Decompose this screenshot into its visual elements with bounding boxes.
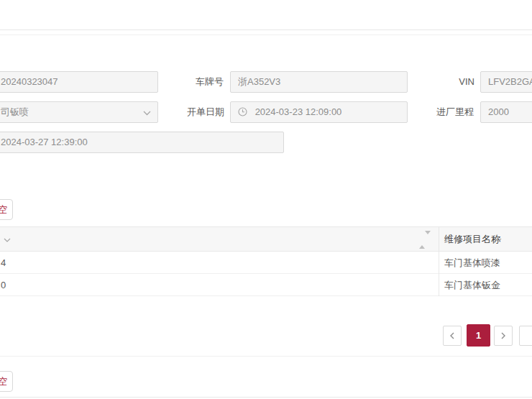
clear-items-button[interactable]: 空: [0, 199, 13, 220]
repair-items-table: 维修项目名称 4 车门基体喷漆 0 车门基体钣金: [0, 226, 532, 296]
order-number-input[interactable]: 20240323047: [0, 71, 158, 93]
service-type-select[interactable]: 司钣喷: [0, 101, 158, 123]
table-row: 4 车门基体喷漆: [0, 252, 532, 274]
pagination-page-1[interactable]: 1: [467, 324, 490, 347]
plate-label: 车牌号: [166, 71, 224, 93]
pagination-next-button[interactable]: [494, 326, 513, 346]
expected-date-input[interactable]: 2024-03-27 12:39:00: [0, 132, 284, 153]
sort-icon[interactable]: [419, 234, 426, 245]
table-row: 0 车门基体钣金: [0, 274, 532, 296]
section-divider: [0, 35, 532, 35]
service-type-value: 司钣喷: [1, 106, 29, 117]
order-date-value: 2024-03-23 12:09:00: [255, 106, 342, 117]
item-name-cell: 车门基体钣金: [444, 274, 500, 296]
chevron-down-icon: [143, 111, 150, 115]
order-date-input[interactable]: 2024-03-23 12:09:00: [230, 101, 408, 123]
top-divider: [0, 29, 532, 30]
filter-chevron-icon[interactable]: [495, 238, 502, 242]
item-code-cell: 4: [1, 252, 6, 274]
order-date-label: 开单日期: [166, 101, 224, 123]
table-column-divider: [439, 226, 439, 296]
item-code-cell: 0: [1, 274, 6, 296]
column-header-item-name[interactable]: 维修项目名称: [444, 227, 500, 252]
filter-chevron-icon[interactable]: [4, 238, 11, 242]
plate-input[interactable]: 浙A352V3: [230, 71, 408, 93]
mileage-input[interactable]: 2000: [480, 101, 532, 123]
chevron-left-icon: [449, 332, 455, 339]
work-order-page: { "accent_color": "#ab1e3d", "form": { "…: [0, 0, 532, 399]
table-header-row: 维修项目名称: [0, 226, 532, 252]
vin-label: VIN: [417, 71, 474, 93]
pagination-prev-button[interactable]: [443, 326, 462, 346]
page-size-select[interactable]: [519, 326, 532, 346]
section-divider: [0, 356, 532, 357]
chevron-right-icon: [500, 332, 506, 339]
mileage-label: 进厂里程: [416, 101, 474, 123]
item-name-cell: 车门基体喷漆: [444, 252, 500, 274]
clock-icon: [238, 104, 247, 123]
vin-input[interactable]: LFV2B2GA3: [480, 71, 532, 93]
bottom-divider: [0, 397, 532, 398]
clear-parts-button[interactable]: 空: [0, 371, 13, 392]
